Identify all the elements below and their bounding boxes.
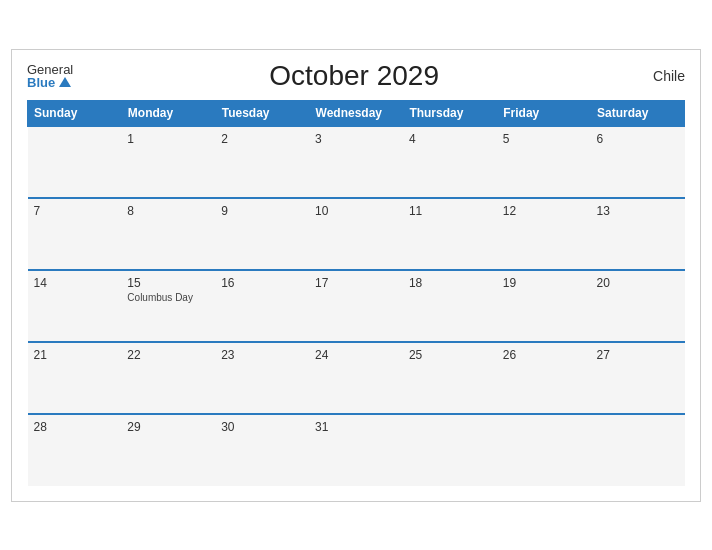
calendar-cell: 27 — [591, 342, 685, 414]
calendar-cell: 13 — [591, 198, 685, 270]
week-row-1: 123456 — [28, 126, 685, 198]
weekday-header-sunday: Sunday — [28, 100, 122, 126]
day-number: 9 — [221, 204, 303, 218]
calendar-table: SundayMondayTuesdayWednesdayThursdayFrid… — [27, 100, 685, 486]
day-number: 11 — [409, 204, 491, 218]
day-number: 16 — [221, 276, 303, 290]
day-number: 7 — [34, 204, 116, 218]
calendar-cell: 30 — [215, 414, 309, 486]
calendar-cell: 29 — [121, 414, 215, 486]
day-number: 6 — [597, 132, 679, 146]
day-number: 23 — [221, 348, 303, 362]
calendar-cell: 10 — [309, 198, 403, 270]
day-number: 18 — [409, 276, 491, 290]
day-number: 20 — [597, 276, 679, 290]
calendar-cell: 25 — [403, 342, 497, 414]
week-row-5: 28293031 — [28, 414, 685, 486]
calendar-cell: 18 — [403, 270, 497, 342]
day-number: 1 — [127, 132, 209, 146]
day-number: 24 — [315, 348, 397, 362]
day-number: 22 — [127, 348, 209, 362]
calendar-cell: 20 — [591, 270, 685, 342]
calendar-cell — [497, 414, 591, 486]
calendar-cell: 1 — [121, 126, 215, 198]
calendar-cell: 31 — [309, 414, 403, 486]
day-number: 21 — [34, 348, 116, 362]
day-number: 13 — [597, 204, 679, 218]
day-number: 26 — [503, 348, 585, 362]
calendar-cell: 24 — [309, 342, 403, 414]
day-number: 10 — [315, 204, 397, 218]
weekday-header-tuesday: Tuesday — [215, 100, 309, 126]
calendar-cell: 22 — [121, 342, 215, 414]
calendar-cell: 3 — [309, 126, 403, 198]
day-number: 4 — [409, 132, 491, 146]
calendar-cell: 23 — [215, 342, 309, 414]
calendar-cell — [591, 414, 685, 486]
week-row-4: 21222324252627 — [28, 342, 685, 414]
weekday-header-wednesday: Wednesday — [309, 100, 403, 126]
calendar-header: General Blue October 2029 Chile — [27, 60, 685, 92]
weekday-header-saturday: Saturday — [591, 100, 685, 126]
day-number: 2 — [221, 132, 303, 146]
calendar-cell: 4 — [403, 126, 497, 198]
logo-blue-text: Blue — [27, 76, 73, 89]
event-label: Columbus Day — [127, 292, 209, 303]
calendar-cell: 11 — [403, 198, 497, 270]
calendar-cell: 9 — [215, 198, 309, 270]
logo-general-text: General — [27, 63, 73, 76]
week-row-2: 78910111213 — [28, 198, 685, 270]
calendar-cell: 28 — [28, 414, 122, 486]
day-number: 14 — [34, 276, 116, 290]
calendar-cell — [28, 126, 122, 198]
calendar-cell: 12 — [497, 198, 591, 270]
day-number: 12 — [503, 204, 585, 218]
calendar-cell: 7 — [28, 198, 122, 270]
calendar-cell: 6 — [591, 126, 685, 198]
calendar-cell: 16 — [215, 270, 309, 342]
calendar-cell: 26 — [497, 342, 591, 414]
week-row-3: 1415Columbus Day1617181920 — [28, 270, 685, 342]
calendar-cell: 21 — [28, 342, 122, 414]
day-number: 27 — [597, 348, 679, 362]
day-number: 8 — [127, 204, 209, 218]
calendar-cell: 8 — [121, 198, 215, 270]
day-number: 15 — [127, 276, 209, 290]
logo-triangle-icon — [59, 77, 71, 87]
day-number: 28 — [34, 420, 116, 434]
day-number: 19 — [503, 276, 585, 290]
calendar-cell: 15Columbus Day — [121, 270, 215, 342]
weekday-header-row: SundayMondayTuesdayWednesdayThursdayFrid… — [28, 100, 685, 126]
day-number: 3 — [315, 132, 397, 146]
weekday-header-monday: Monday — [121, 100, 215, 126]
calendar-title: October 2029 — [73, 60, 635, 92]
day-number: 5 — [503, 132, 585, 146]
country-label: Chile — [635, 68, 685, 84]
day-number: 29 — [127, 420, 209, 434]
day-number: 25 — [409, 348, 491, 362]
calendar-cell: 2 — [215, 126, 309, 198]
calendar-cell: 17 — [309, 270, 403, 342]
day-number: 17 — [315, 276, 397, 290]
calendar-cell: 14 — [28, 270, 122, 342]
weekday-header-thursday: Thursday — [403, 100, 497, 126]
day-number: 30 — [221, 420, 303, 434]
calendar-cell: 19 — [497, 270, 591, 342]
day-number: 31 — [315, 420, 397, 434]
calendar-cell — [403, 414, 497, 486]
calendar-cell: 5 — [497, 126, 591, 198]
logo: General Blue — [27, 63, 73, 89]
weekday-header-friday: Friday — [497, 100, 591, 126]
calendar-container: General Blue October 2029 Chile SundayMo… — [11, 49, 701, 502]
